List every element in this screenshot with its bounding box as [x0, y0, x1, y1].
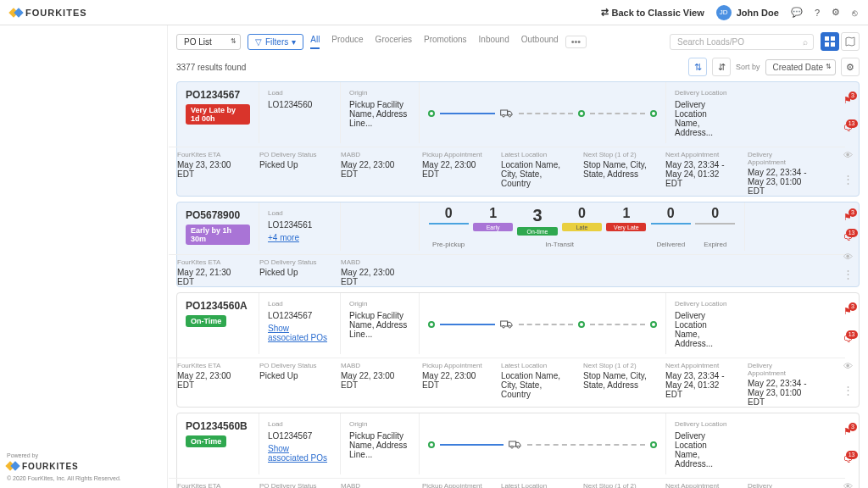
flag-icon[interactable]: ⚑3 — [843, 212, 852, 223]
flag-icon[interactable]: ⚑3 — [843, 95, 852, 106]
status-badge: Very Late by 1d 00h — [186, 104, 250, 125]
po-list: PO1234567 Very Late by 1d 00h LoadLO1234… — [168, 81, 868, 488]
footer-logo: FOURKITES — [7, 460, 160, 472]
origin-dot — [428, 321, 435, 328]
row-actions: ⚑3 🗨13 👁 ⋮ — [837, 413, 859, 488]
comment-icon[interactable]: 🗨13 — [843, 334, 853, 344]
row-actions: ⚑3 🗨13 👁 ⋮ — [837, 293, 859, 407]
svg-point-5 — [502, 114, 504, 117]
dest-col: Delivery LocationDelivery Location Name,… — [666, 293, 743, 354]
tab-all[interactable]: All — [310, 35, 320, 49]
dest-dot — [650, 441, 657, 448]
po-row[interactable]: PO1234560B On-Time LoadLO1234567 Show as… — [176, 413, 860, 488]
topbar: FOURKITES ⇄ Back to Classic View JD John… — [0, 0, 868, 25]
watch-icon[interactable]: 👁 — [843, 361, 853, 371]
view-toggle — [821, 32, 860, 51]
tab-groceries[interactable]: Groceries — [376, 35, 412, 49]
logo-icon — [10, 7, 22, 19]
dest-col: Delivery LocationDelivery Location Name,… — [666, 82, 743, 143]
dest-dot — [650, 321, 657, 328]
watch-icon[interactable]: 👁 — [843, 252, 853, 262]
list-view-button[interactable] — [821, 32, 839, 51]
origin-col: OriginPickup Facility Name, Address Line… — [341, 82, 420, 143]
chevron-down-icon: ▾ — [292, 37, 296, 47]
chat-icon[interactable]: 💬 — [791, 7, 803, 18]
logout-icon[interactable]: ⎋ — [852, 8, 858, 18]
origin-dot — [428, 441, 435, 448]
footer-brand: FOURKITES — [22, 462, 79, 471]
progress-col — [420, 82, 666, 143]
po-number: PO1234560B — [186, 420, 250, 432]
row-menu-icon[interactable]: ⋮ — [843, 177, 854, 183]
sort-asc-button[interactable]: ⇅ — [688, 58, 707, 76]
po-number: PO1234567 — [186, 89, 250, 101]
origin-col — [341, 202, 420, 251]
midpoint-dot — [578, 321, 585, 328]
more-tabs-button[interactable]: ••• — [565, 36, 587, 48]
row-actions: ⚑3 🗨13 👁 ⋮ — [837, 82, 859, 196]
dest-col: Delivery LocationDelivery Location Name,… — [666, 413, 743, 474]
po-row[interactable]: PO1234560A On-Time LoadLO1234567 Show as… — [176, 292, 860, 408]
progress-col — [420, 293, 666, 354]
truck-icon — [509, 440, 522, 450]
po-col: PO1234560B On-Time — [177, 413, 259, 474]
brand-logo: FOURKITES — [10, 7, 87, 19]
origin-col: OriginPickup Facility Name, Address Line… — [341, 293, 420, 354]
search-placeholder: Search Loads/PO — [677, 37, 744, 47]
help-icon[interactable]: ? — [815, 8, 820, 18]
tab-promotions[interactable]: Promotions — [424, 35, 467, 49]
watch-icon[interactable]: 👁 — [843, 481, 853, 488]
topbar-right: ⇄ Back to Classic View JD John Doe 💬 ? ⚙… — [601, 5, 859, 20]
watch-icon[interactable]: 👁 — [843, 150, 853, 160]
status-badge: On-Time — [186, 315, 226, 327]
filters-label: Filters — [265, 37, 288, 47]
back-label: Back to Classic View — [612, 8, 704, 18]
avatar: JD — [716, 5, 732, 20]
sort-controls: ⇅ ⇵ Sort by Created Date ⚙ — [688, 58, 860, 76]
filters-button[interactable]: ▽ Filters ▾ — [248, 34, 303, 50]
comment-icon[interactable]: 🗨13 — [843, 123, 853, 133]
list-icon — [825, 36, 835, 47]
user-chip[interactable]: JD John Doe — [716, 5, 779, 20]
comment-icon[interactable]: 🗨13 — [843, 454, 853, 464]
footer-block: Powered by FOURKITES © 2020 FourKites, I… — [7, 452, 160, 481]
brand-text: FOURKITES — [25, 8, 87, 18]
search-input[interactable]: Search Loads/PO ⌕ — [670, 34, 814, 50]
po-col: PO1234567 Very Late by 1d 00h — [177, 82, 259, 143]
tab-outbound[interactable]: Outbound — [521, 35, 559, 49]
tab-produce[interactable]: Produce — [331, 35, 363, 49]
back-to-classic-link[interactable]: ⇄ Back to Classic View — [601, 7, 704, 18]
load-col: LoadLO1234560 — [259, 82, 341, 143]
flag-icon[interactable]: ⚑3 — [843, 306, 852, 317]
row-menu-icon[interactable]: ⋮ — [843, 388, 854, 394]
midpoint-dot — [578, 110, 585, 117]
logo-icon — [7, 460, 19, 472]
map-view-button[interactable] — [841, 32, 860, 51]
comment-icon[interactable]: 🗨13 — [843, 232, 853, 242]
view-selector[interactable]: PO List — [176, 34, 241, 50]
tab-inbound[interactable]: Inbound — [479, 35, 509, 49]
po-row[interactable]: PO5678900 Early by 1h 30m LoadLO1234561 … — [176, 202, 860, 287]
origin-dot — [428, 110, 435, 117]
svg-rect-3 — [831, 42, 835, 47]
sort-desc-button[interactable]: ⇵ — [712, 58, 731, 76]
flag-icon[interactable]: ⚑3 — [843, 426, 852, 437]
row-menu-icon[interactable]: ⋮ — [843, 272, 854, 278]
map-icon — [845, 36, 855, 47]
po-row[interactable]: PO1234567 Very Late by 1d 00h LoadLO1234… — [176, 81, 860, 197]
sort-dropdown[interactable]: Created Date — [765, 59, 836, 75]
po-col: PO1234560A On-Time — [177, 293, 259, 354]
sort-label: Sort by — [736, 63, 760, 71]
load-link[interactable]: +4 more — [268, 233, 331, 242]
load-link[interactable]: Show associated POs — [268, 444, 331, 463]
settings-icon[interactable]: ⚙ — [832, 7, 840, 18]
svg-point-11 — [511, 446, 514, 448]
sort-settings-button[interactable]: ⚙ — [841, 58, 860, 76]
origin-col: OriginPickup Facility Name, Address Line… — [341, 413, 420, 474]
load-link[interactable]: Show associated POs — [268, 324, 331, 342]
results-bar: 3377 results found ⇅ ⇵ Sort by Created D… — [168, 58, 868, 81]
svg-point-12 — [517, 446, 520, 448]
load-col: LoadLO1234561 +4 more — [259, 202, 341, 251]
row-actions: ⚑3 🗨13 👁 ⋮ — [837, 202, 859, 286]
truck-icon — [500, 319, 514, 330]
